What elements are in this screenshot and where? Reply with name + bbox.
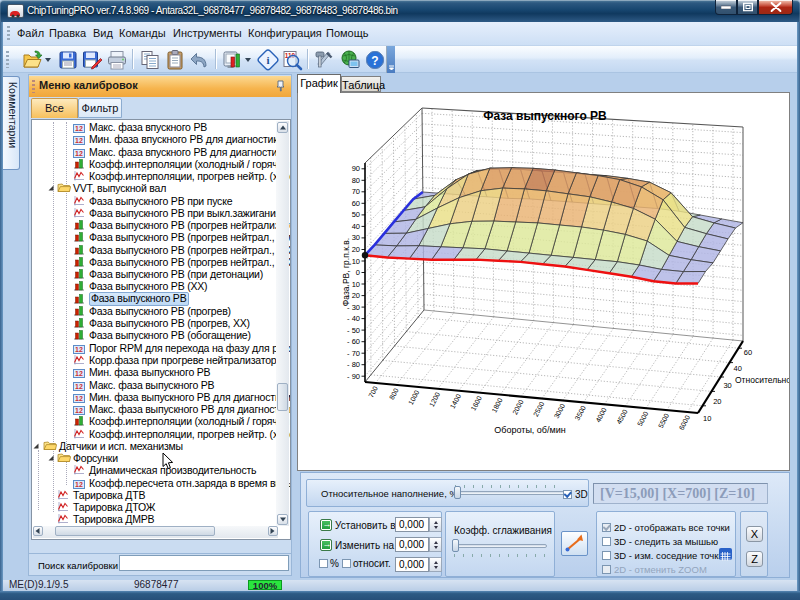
svg-text:?: ? xyxy=(371,54,378,68)
svg-text:i: i xyxy=(266,54,269,66)
